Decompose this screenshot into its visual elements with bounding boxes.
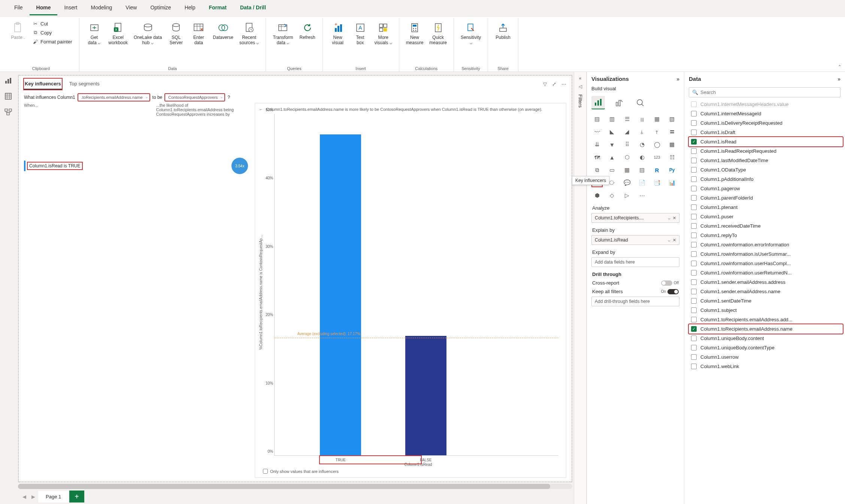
field-checkbox[interactable] <box>691 158 697 163</box>
viz-100-stacked-column-icon[interactable]: ▧ <box>667 115 677 123</box>
field-item[interactable]: Column1.toRecipients.emailAddress.add... <box>689 315 843 324</box>
publish-button[interactable]: Publish <box>493 19 514 46</box>
model-view-button[interactable] <box>4 108 12 116</box>
viz-line-clustered-icon[interactable]: ⫯ <box>652 128 662 136</box>
field-checkbox[interactable] <box>691 101 697 107</box>
field-item[interactable]: Column1.rowinformation.userHasCompl... <box>689 259 843 268</box>
field-checkbox[interactable] <box>691 345 697 350</box>
viz-ribbon-icon[interactable]: 〓 <box>667 128 677 136</box>
field-item[interactable]: Column1.parentFolderId <box>689 193 843 203</box>
add-page-button[interactable]: + <box>69 491 84 503</box>
viz-line-icon[interactable]: 〰 <box>592 128 602 136</box>
field-checkbox[interactable] <box>691 214 697 219</box>
explain-menu-icon[interactable]: ⌵ <box>668 238 670 243</box>
dataverse-button[interactable]: Dataverse <box>211 19 236 46</box>
viz-table-icon[interactable]: ▦ <box>622 166 632 174</box>
tab-help[interactable]: Help <box>178 1 202 15</box>
field-item[interactable]: Column1.sentDateTime <box>689 296 843 306</box>
tab-modeling[interactable]: Modeling <box>84 1 119 15</box>
viz-scatter-icon[interactable]: ⠿ <box>622 141 632 148</box>
viz-stacked-column-icon[interactable]: ▥ <box>607 115 617 123</box>
field-checkbox[interactable] <box>691 242 697 248</box>
new-measure-button[interactable]: New measure <box>404 19 426 46</box>
viz-filled-map-icon[interactable]: ▲ <box>607 154 617 161</box>
collapse-data-pane-button[interactable]: » <box>838 76 841 82</box>
keep-filters-toggle[interactable] <box>667 289 679 294</box>
field-item[interactable]: Column1.puser <box>689 212 843 221</box>
format-visual-mode[interactable] <box>612 96 626 109</box>
field-item[interactable]: Column1.lastModifiedDateTime <box>689 156 843 165</box>
viz-100-stacked-bar-icon[interactable]: ▦ <box>652 115 662 123</box>
viz-stacked-bar-icon[interactable]: ▤ <box>592 115 602 123</box>
field-item[interactable]: Column1.webLink <box>689 362 843 371</box>
data-view-button[interactable] <box>4 92 12 100</box>
field-checkbox[interactable] <box>691 317 697 322</box>
viz-get-more-icon[interactable]: ⋯ <box>637 192 647 199</box>
field-item[interactable]: Column1.subject <box>689 306 843 315</box>
viz-paginated-icon[interactable]: 📑 <box>652 179 662 186</box>
new-visual-button[interactable]: +New visual <box>327 19 348 46</box>
format-painter-button[interactable]: 🖌Format painter <box>30 37 75 46</box>
field-checkbox[interactable] <box>691 195 697 201</box>
viz-donut-icon[interactable]: ◯ <box>652 141 662 148</box>
only-show-checkbox[interactable]: Only show values that are influencers <box>263 469 562 474</box>
drill-through-well[interactable]: Add drill-through fields here <box>591 297 679 306</box>
get-data-button[interactable]: Get data ⌵ <box>84 19 105 46</box>
field-checkbox[interactable] <box>691 364 697 369</box>
sql-server-button[interactable]: SQL Server <box>166 19 187 46</box>
viz-pie-icon[interactable]: ◔ <box>637 141 647 148</box>
field-checkbox[interactable] <box>691 167 697 173</box>
field-checkbox[interactable] <box>691 186 697 191</box>
tab-home[interactable]: Home <box>30 1 58 15</box>
quick-measure-button[interactable]: Quick measure <box>427 19 449 46</box>
field-item[interactable]: ✓Column1.toRecipients.emailAddress.name <box>689 324 843 334</box>
field-checkbox[interactable]: ✓ <box>691 139 697 145</box>
field-item[interactable]: Column1.pAdditionalInfo <box>689 174 843 184</box>
transform-data-button[interactable]: Transform data ⌵ <box>270 19 295 46</box>
field-item[interactable]: Column1.userrow <box>689 352 843 362</box>
viz-line-stacked-icon[interactable]: ⫰ <box>637 128 647 136</box>
tab-insert[interactable]: Insert <box>57 1 84 15</box>
focus-icon[interactable]: ⤢ <box>552 81 556 87</box>
field-checkbox[interactable] <box>691 307 697 313</box>
prev-page-button[interactable]: ◀ <box>20 494 28 500</box>
next-page-button[interactable]: ▶ <box>29 494 37 500</box>
field-item[interactable]: Column1.uniqueBody.contentType <box>689 343 843 352</box>
viz-azure-map-icon[interactable]: ⬡ <box>622 154 632 161</box>
field-checkbox[interactable] <box>691 120 697 126</box>
viz-r-icon[interactable]: R <box>652 166 662 174</box>
sensitivity-button[interactable]: Sensitivity ⌵ <box>458 19 483 46</box>
viz-powerautomate-icon[interactable]: ▷ <box>622 192 632 199</box>
analyze-remove-icon[interactable]: ✕ <box>673 216 676 221</box>
field-checkbox[interactable] <box>691 354 697 360</box>
field-item[interactable]: Column1.isReadReceiptRequested <box>689 146 843 156</box>
viz-kpi-icon[interactable]: ⧉ <box>592 166 602 174</box>
field-search[interactable]: 🔍 <box>689 87 841 97</box>
paste-button[interactable]: Paste⌵ <box>7 19 28 46</box>
viz-py-icon[interactable]: Py <box>667 166 677 174</box>
search-input[interactable] <box>700 89 837 95</box>
key-influencers-visual[interactable]: Key influencers Top segments ▽ ⤢ ⋯ What … <box>18 75 572 482</box>
viz-multi-row-card-icon[interactable]: ☷ <box>667 154 677 161</box>
viz-clustered-bar-icon[interactable]: ☰ <box>622 115 632 123</box>
copy-button[interactable]: ⧉Copy <box>30 28 75 37</box>
field-checkbox[interactable] <box>691 111 697 116</box>
viz-map-icon[interactable]: 🗺 <box>592 154 602 161</box>
tab-view[interactable]: View <box>119 1 143 15</box>
more-options-icon[interactable]: ⋯ <box>561 81 566 87</box>
field-checkbox[interactable] <box>691 233 697 238</box>
collapse-ribbon-button[interactable]: ⌃ <box>838 64 841 69</box>
viz-waterfall-icon[interactable]: ⇊ <box>592 141 602 148</box>
top-segments-tab[interactable]: Top segments <box>69 79 100 89</box>
collapse-viz-pane-button[interactable]: » <box>676 76 679 82</box>
field-item[interactable]: Column1.sender.emailAddress.address <box>689 277 843 287</box>
field-checkbox[interactable] <box>691 270 697 276</box>
influence-bubble[interactable]: 3.54x <box>231 158 248 174</box>
field-item[interactable]: ✓Column1.isRead <box>689 137 843 146</box>
text-box-button[interactable]: AText box <box>350 19 371 46</box>
bar-true[interactable] <box>320 134 361 455</box>
field-checkbox[interactable] <box>691 298 697 304</box>
analyze-menu-icon[interactable]: ⌵ <box>668 216 670 221</box>
viz-metrics-icon[interactable]: 📊 <box>667 179 677 186</box>
viz-card-icon[interactable]: 123 <box>652 154 662 161</box>
